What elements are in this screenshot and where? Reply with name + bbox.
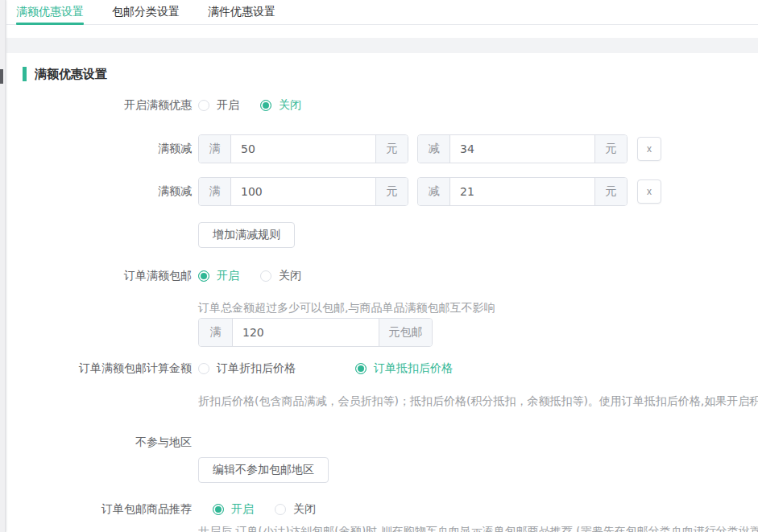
free-shipping-threshold-group: 满 元包邮 (198, 318, 433, 347)
addon-man: 满 (199, 178, 231, 205)
addon-yuan: 元 (375, 135, 408, 163)
excluded-region-label: 不参与地区 (6, 435, 192, 450)
add-rule-button[interactable]: 增加满减规则 (198, 222, 295, 248)
recommend-off-radio[interactable]: 关闭 (275, 502, 316, 517)
rule-threshold-group: 满 元 (198, 134, 408, 163)
tab-full-amount-discount[interactable]: 满额优惠设置 (16, 6, 84, 24)
addon-jian: 减 (418, 178, 450, 205)
recommend-on-radio[interactable]: 开启 (213, 502, 254, 517)
edit-excluded-region-button[interactable]: 编辑不参加包邮地区 (198, 457, 329, 483)
recommend-tip-clipped: 开启后,订单(小计)达到包邮(金额)时,则在购物车页面显示凑单包邮商品推荐,(需… (198, 526, 758, 532)
settings-panel: 满额优惠设置 开启满额优惠 开启 关闭 满额减 满 (6, 53, 758, 532)
order-free-shipping-tip-row: 订单总金额超过多少可以包邮,与商品单品满额包邮互不影响 (6, 301, 758, 315)
remove-rule-button[interactable]: x (637, 137, 661, 161)
addon-man: 满 (199, 319, 233, 346)
rule-threshold-input[interactable] (231, 135, 375, 163)
radio-circle-icon (275, 504, 286, 515)
remove-rule-button[interactable]: x (637, 179, 661, 204)
recommend-row: 订单包邮商品推荐 开启 关闭 (6, 498, 758, 521)
free-shipping-threshold-input[interactable] (233, 319, 379, 346)
tab-full-quantity-discount[interactable]: 满件优惠设置 (208, 6, 275, 24)
addon-yuan: 元 (594, 178, 627, 205)
enable-discount-row: 开启满额优惠 开启 关闭 (6, 94, 758, 117)
recommend-label: 订单包邮商品推荐 (6, 502, 192, 517)
rule-threshold-input[interactable] (231, 178, 375, 205)
enable-discount-off-radio[interactable]: 关闭 (260, 98, 301, 113)
main-area: 满额优惠设置 包邮分类设置 满件优惠设置 满额优惠设置 开启满额优惠 开启 关闭 (6, 0, 758, 532)
calc-amount-label: 订单满额包邮计算金额 (6, 361, 192, 376)
addon-man: 满 (199, 135, 231, 163)
rule-label: 满额减 (6, 184, 192, 199)
rule-discount-input[interactable] (450, 178, 594, 205)
calc-discounted-price-radio[interactable]: 订单折扣后价格 (198, 361, 296, 376)
recommend-tip-row: 开启后,订单(小计)达到包邮(金额)时,则在购物车页面显示凑单包邮商品推荐,(需… (6, 526, 758, 532)
order-free-shipping-on-radio[interactable]: 开启 (198, 269, 239, 283)
rule-discount-group: 减 元 (417, 134, 628, 163)
radio-circle-icon (213, 504, 224, 515)
section-title-text: 满额优惠设置 (35, 67, 107, 82)
page-gap (6, 38, 758, 53)
section-title: 满额优惠设置 (23, 67, 758, 81)
addon-yuan: 元 (594, 135, 627, 163)
order-free-shipping-row: 订单满额包邮 开启 关闭 (6, 265, 758, 287)
order-free-shipping-label: 订单满额包邮 (6, 269, 192, 283)
order-free-shipping-tip: 订单总金额超过多少可以包邮,与商品单品满额包邮互不影响 (198, 301, 495, 315)
order-free-shipping-off-radio[interactable]: 关闭 (260, 269, 301, 283)
radio-circle-icon (198, 270, 209, 282)
addon-jian: 减 (418, 135, 450, 163)
free-shipping-threshold-row: 满 元包邮 (6, 318, 758, 347)
rule-threshold-group: 满 元 (198, 177, 408, 206)
add-rule-row: 增加满减规则 (6, 222, 758, 248)
tabs-header: 满额优惠设置 包邮分类设置 满件优惠设置 (6, 0, 758, 38)
rule-discount-group: 减 元 (417, 177, 628, 206)
rule-label: 满额减 (6, 142, 192, 156)
rule-row: 满额减 满 元 减 元 x (6, 177, 758, 206)
addon-yuan-baoyou: 元包邮 (379, 319, 432, 346)
calc-amount-row: 订单满额包邮计算金额 订单折扣后价格 订单抵扣后价格 (6, 357, 758, 380)
calc-deducted-price-radio[interactable]: 订单抵扣后价格 (355, 361, 453, 376)
calc-amount-tip-row: 折扣后价格(包含商品满减，会员折扣等)；抵扣后价格(积分抵扣，余额抵扣等)。使用… (6, 394, 758, 409)
excluded-region-row: 不参与地区 (6, 435, 758, 451)
calc-amount-tip: 折扣后价格(包含商品满减，会员折扣等)；抵扣后价格(积分抵扣，余额抵扣等)。使用… (198, 394, 758, 409)
radio-circle-icon (198, 363, 209, 374)
tab-bar: 满额优惠设置 包邮分类设置 满件优惠设置 (6, 0, 758, 25)
radio-circle-icon (198, 100, 209, 111)
radio-circle-icon (260, 100, 271, 111)
section-accent-bar (23, 67, 27, 81)
enable-discount-label: 开启满额优惠 (6, 98, 192, 113)
excluded-region-button-row: 编辑不参加包邮地区 (6, 457, 758, 483)
rule-discount-input[interactable] (450, 135, 594, 163)
sidebar-edge-fragment (0, 69, 3, 84)
enable-discount-on-radio[interactable]: 开启 (198, 98, 239, 113)
addon-yuan: 元 (375, 178, 408, 205)
radio-circle-icon (260, 270, 271, 282)
rule-row: 满额减 满 元 减 元 x (6, 134, 758, 163)
page-left-gutter (0, 0, 6, 532)
radio-circle-icon (355, 363, 367, 374)
tab-free-shipping-category[interactable]: 包邮分类设置 (112, 6, 180, 24)
